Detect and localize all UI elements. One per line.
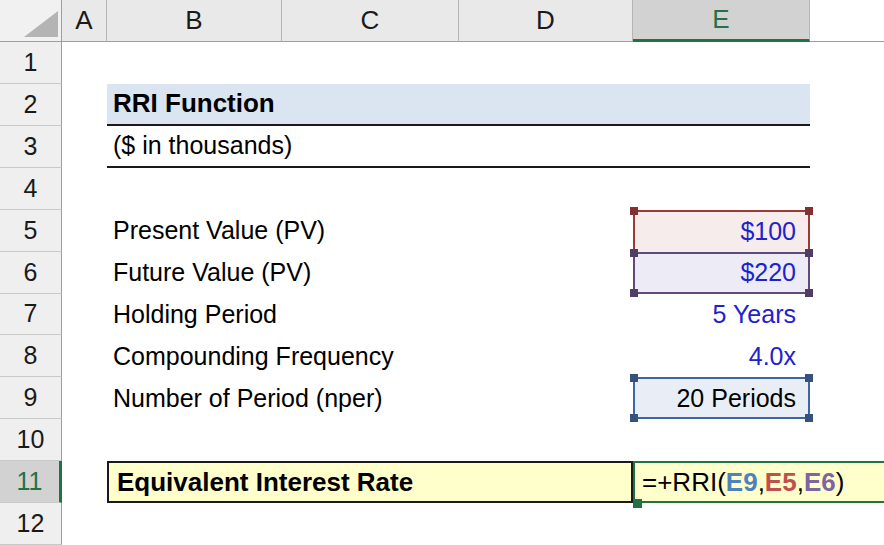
column-header-c[interactable]: C <box>282 0 459 42</box>
cell-title[interactable]: RRI Function <box>107 84 810 126</box>
cell-label-compounding-frequency[interactable]: Compounding Frequency <box>107 335 633 377</box>
range-handle[interactable] <box>630 289 638 297</box>
cell-label-future-value[interactable]: Future Value (PV) <box>107 252 633 294</box>
formula-ref-e9: E9 <box>726 467 758 498</box>
column-header-b[interactable]: B <box>107 0 282 42</box>
range-handle[interactable] <box>805 249 813 257</box>
column-header-a[interactable]: A <box>62 0 107 42</box>
column-header-e-active[interactable]: E <box>633 0 810 42</box>
range-handle[interactable] <box>805 207 813 215</box>
cell-label-present-value[interactable]: Present Value (PV) <box>107 210 633 252</box>
cell-value-compounding-frequency[interactable]: 4.0x <box>633 335 810 377</box>
row-header-9[interactable]: 9 <box>0 377 62 419</box>
cell-value-nper-e9[interactable]: 20 Periods <box>633 377 810 419</box>
fill-handle[interactable] <box>633 499 642 508</box>
row-header-5[interactable]: 5 <box>0 210 62 252</box>
column-header-filler <box>810 0 884 42</box>
nper-value: 20 Periods <box>676 384 796 413</box>
row-header-11-active[interactable]: 11 <box>0 461 62 503</box>
range-handle[interactable] <box>805 414 813 422</box>
row-header-10[interactable]: 10 <box>0 419 62 461</box>
cell-value-fv-e6[interactable]: $220 <box>633 252 810 294</box>
range-handle[interactable] <box>805 374 813 382</box>
row-header-7[interactable]: 7 <box>0 294 62 336</box>
select-all-button[interactable] <box>0 0 62 42</box>
row-header-12[interactable]: 12 <box>0 503 62 545</box>
pv-value: $100 <box>740 217 796 246</box>
cell-value-holding-period[interactable]: 5 Years <box>633 294 810 336</box>
cell-value-pv-e5[interactable]: $100 <box>633 210 810 252</box>
formula-text: =+RRI( <box>642 467 726 498</box>
row-header-6[interactable]: 6 <box>0 252 62 294</box>
row-header-2[interactable]: 2 <box>0 84 62 126</box>
cell-label-number-of-periods[interactable]: Number of Period (nper) <box>107 377 633 419</box>
cell-label-holding-period[interactable]: Holding Period <box>107 294 633 336</box>
spreadsheet: A B C D E 1 2 3 4 5 6 7 8 9 10 11 12 RRI… <box>0 0 884 545</box>
formula-close-paren: ) <box>836 467 845 498</box>
cell-subtitle[interactable]: ($ in thousands) <box>107 126 810 168</box>
formula-separator: , <box>758 467 765 498</box>
formula-ref-e5: E5 <box>765 467 797 498</box>
cell-result-label[interactable]: Equivalent Interest Rate <box>107 461 633 503</box>
column-header-d[interactable]: D <box>459 0 633 42</box>
row-header-4[interactable]: 4 <box>0 168 62 210</box>
formula-separator: , <box>797 467 804 498</box>
row-header-3[interactable]: 3 <box>0 126 62 168</box>
range-handle[interactable] <box>630 207 638 215</box>
cell-formula-e11[interactable]: =+RRI( E9 , E5 , E6 ) <box>633 461 884 503</box>
range-handle[interactable] <box>630 249 638 257</box>
row-header-8[interactable]: 8 <box>0 335 62 377</box>
row-header-1[interactable]: 1 <box>0 42 62 84</box>
range-handle[interactable] <box>805 289 813 297</box>
range-handle[interactable] <box>630 374 638 382</box>
fv-value: $220 <box>740 258 796 287</box>
select-all-triangle-icon <box>24 11 58 37</box>
formula-ref-e6: E6 <box>804 467 836 498</box>
range-handle[interactable] <box>630 414 638 422</box>
